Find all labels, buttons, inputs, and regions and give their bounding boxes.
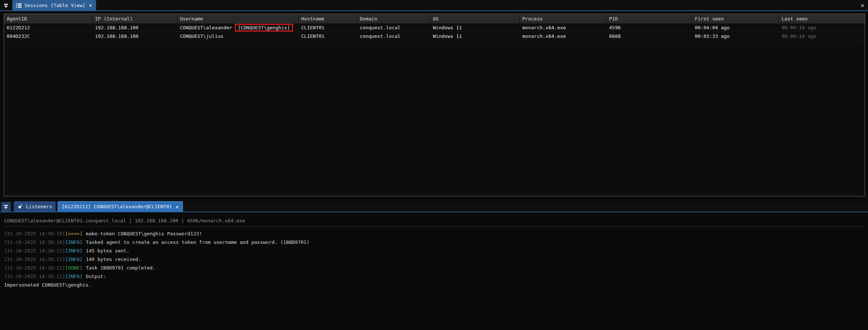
- console-line: [31-10-2025 14:38:11][INFO]145 bytes sen…: [4, 246, 864, 255]
- panel-close-icon[interactable]: ✕: [861, 1, 864, 10]
- cell-agentid: 894D232C: [4, 32, 92, 40]
- cell-ip: 192.168.168.100: [92, 23, 177, 32]
- log-text: 145 bytes sent.: [86, 248, 129, 254]
- column-header-os[interactable]: OS: [430, 14, 520, 23]
- log-tag-info: [INFO]: [65, 257, 82, 262]
- bottom-tabbar: Listeners [6122D212] CONQUEST\alexander@…: [0, 201, 868, 212]
- column-header-agentid[interactable]: AgentID: [4, 14, 92, 23]
- column-header-first-seen[interactable]: First seen: [692, 14, 779, 23]
- sessions-table-header: AgentID IP (Internal) Username Hostname …: [4, 14, 865, 23]
- dock-filter-button[interactable]: [1, 1, 11, 10]
- cell-pid: 6668: [606, 32, 692, 40]
- log-timestamp: [31-10-2025 14:38:11]: [4, 274, 65, 279]
- cell-pid: 4596: [606, 23, 692, 32]
- tab-sessions-table-view[interactable]: Sessions [Table View] ✕: [12, 0, 96, 10]
- log-timestamp: [31-10-2025 14:38:11]: [4, 257, 65, 262]
- column-header-process[interactable]: Process: [520, 14, 606, 23]
- column-header-last-seen[interactable]: Last seen: [779, 14, 865, 23]
- cell-process: monarch.x64.exe: [520, 23, 606, 32]
- tab-session-close-icon[interactable]: ✕: [175, 204, 179, 210]
- console-output: [31-10-2025 14:38:10][>>>>]make-token CO…: [4, 229, 864, 289]
- tab-session-interact[interactable]: [6122D212] CONQUEST\alexander@CLIENT01 ✕: [57, 201, 183, 212]
- cell-os: Windows 11: [430, 32, 520, 40]
- console-separator: [4, 226, 864, 227]
- log-timestamp: [31-10-2025 14:38:11]: [4, 265, 65, 271]
- cell-first-seen: 00:04:04 ago: [692, 23, 779, 32]
- console-line-output: Impersonated CONQUEST\genghis.: [4, 281, 864, 289]
- column-header-hostname[interactable]: Hostname: [299, 14, 357, 23]
- cell-last-seen: 00:00:16 ago: [779, 23, 865, 32]
- top-tabbar: Sessions [Table View] ✕ ✕: [0, 0, 868, 11]
- satellite-dish-icon: [17, 204, 23, 209]
- cell-process: monarch.x64.exe: [520, 32, 606, 40]
- log-tag-info: [INFO]: [65, 239, 82, 245]
- console-line: [31-10-2025 14:38:10][INFO]Tasked agent …: [4, 238, 864, 246]
- log-timestamp: [31-10-2025 14:38:11]: [4, 248, 65, 254]
- log-tag-info: [INFO]: [65, 274, 82, 279]
- log-output-text: Impersonated CONQUEST\genghis.: [4, 282, 91, 288]
- username-text: CONQUEST\alexander: [180, 25, 232, 30]
- log-tag-info: [INFO]: [65, 248, 82, 254]
- log-tag-done: [DONE]: [65, 265, 82, 271]
- tab-listeners-label: Listeners: [26, 204, 52, 209]
- sessions-table: AgentID IP (Internal) Username Hostname …: [4, 14, 865, 196]
- log-text: 140 bytes received.: [86, 257, 141, 262]
- cell-first-seen: 00:03:33 ago: [692, 32, 779, 40]
- cell-agentid: 6122D212: [4, 23, 92, 32]
- tab-session-label: [6122D212] CONQUEST\alexander@CLIENT01: [62, 204, 172, 209]
- cell-hostname: CLIENT01: [299, 32, 357, 40]
- cell-hostname: CLIENT01: [299, 23, 357, 32]
- filter-icon: [3, 204, 9, 209]
- agent-context-line: CONQUEST\alexander@CLIENT01.conquest.loc…: [4, 218, 864, 224]
- tab-listeners[interactable]: Listeners: [14, 201, 56, 212]
- log-timestamp: [31-10-2025 14:38:10]: [4, 231, 65, 236]
- column-header-domain[interactable]: Domain: [357, 14, 430, 23]
- session-row-6122D212[interactable]: 6122D212 192.168.168.100 CONQUEST\alexan…: [4, 23, 865, 32]
- cell-os: Windows 11: [430, 23, 520, 32]
- column-header-ip[interactable]: IP (Internal): [92, 14, 177, 23]
- list-icon: [16, 3, 22, 8]
- cell-username: CONQUEST\alexander [CONQUEST\genghis]: [177, 23, 299, 32]
- log-timestamp: [31-10-2025 14:38:10]: [4, 239, 65, 245]
- cell-ip: 192.168.168.100: [92, 32, 177, 40]
- tab-sessions-label: Sessions [Table View]: [24, 3, 85, 8]
- dock-filter-button-bottom[interactable]: [1, 202, 11, 212]
- log-tag-command: [>>>>]: [65, 231, 82, 236]
- session-row-894D232C[interactable]: 894D232C 192.168.168.100 CONQUEST\julius…: [4, 32, 865, 40]
- column-header-pid[interactable]: PID: [606, 14, 692, 23]
- console-line: [31-10-2025 14:38:11][INFO]140 bytes rec…: [4, 255, 864, 264]
- console-line: [31-10-2025 14:38:11][INFO]Output:: [4, 272, 864, 281]
- column-header-username[interactable]: Username: [177, 14, 299, 23]
- cell-domain: conquest.local: [357, 23, 430, 32]
- agent-console: CONQUEST\alexander@CLIENT01.conquest.loc…: [0, 218, 868, 289]
- console-line: [31-10-2025 14:38:11][DONE]Task 1B8D9701…: [4, 264, 864, 272]
- panel-divider: [0, 196, 868, 201]
- cell-last-seen: 00:00:14 ago: [779, 32, 865, 40]
- cell-domain: conquest.local: [357, 32, 430, 40]
- tab-sessions-close-icon[interactable]: ✕: [88, 2, 92, 8]
- filter-icon: [3, 3, 9, 8]
- cell-username: CONQUEST\julius: [177, 32, 299, 40]
- log-text: Task 1B8D9701 completed.: [86, 265, 155, 271]
- log-text: Output:: [86, 274, 106, 279]
- impersonation-token-highlight: [CONQUEST\genghis]: [235, 24, 293, 32]
- log-text: Tasked agent to create an access token f…: [86, 239, 309, 245]
- console-line: [31-10-2025 14:38:10][>>>>]make-token CO…: [4, 229, 864, 238]
- log-text: make-token CONQUEST\genghis Password123!: [86, 231, 202, 236]
